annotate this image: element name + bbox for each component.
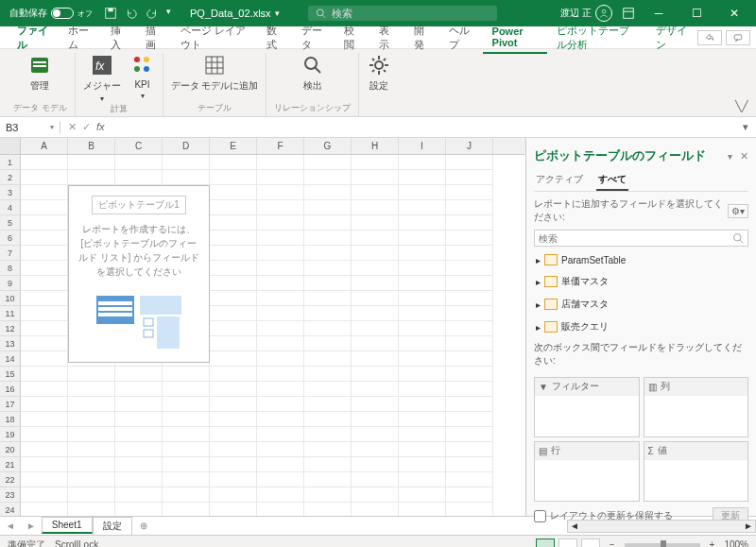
cell[interactable] bbox=[446, 231, 493, 246]
cell[interactable] bbox=[21, 170, 68, 185]
cell[interactable] bbox=[399, 231, 446, 246]
cell[interactable] bbox=[304, 291, 352, 306]
cell[interactable] bbox=[21, 155, 68, 170]
cell[interactable] bbox=[210, 170, 257, 185]
pivottable-placeholder[interactable]: ピボットテーブル1 レポートを作成するには、[ピボットテーブルのフィールド リス… bbox=[68, 185, 210, 363]
cell[interactable] bbox=[399, 427, 446, 442]
cell[interactable] bbox=[210, 215, 257, 231]
cell[interactable] bbox=[163, 503, 210, 516]
cell[interactable] bbox=[68, 397, 115, 412]
cell[interactable] bbox=[446, 412, 493, 427]
cell[interactable] bbox=[399, 246, 446, 261]
cell[interactable] bbox=[399, 472, 446, 487]
row-header[interactable]: 21 bbox=[0, 457, 21, 472]
cell[interactable] bbox=[446, 382, 493, 397]
cell[interactable] bbox=[21, 442, 68, 457]
row-header[interactable]: 1 bbox=[0, 155, 21, 170]
cell[interactable] bbox=[446, 472, 493, 487]
fx-button[interactable]: fx bbox=[96, 121, 105, 133]
cell[interactable] bbox=[163, 367, 210, 382]
cell[interactable] bbox=[399, 185, 446, 200]
cell[interactable] bbox=[210, 231, 257, 246]
cell[interactable] bbox=[257, 215, 304, 231]
cell[interactable] bbox=[399, 321, 446, 336]
cell[interactable] bbox=[257, 200, 304, 215]
cell[interactable] bbox=[115, 503, 163, 516]
cell[interactable] bbox=[68, 170, 115, 185]
add-to-model-button[interactable]: データ モデルに追加 bbox=[171, 53, 259, 93]
pane-dropdown-icon[interactable]: ▾ bbox=[728, 151, 732, 162]
cell[interactable] bbox=[446, 457, 493, 472]
cell[interactable] bbox=[115, 412, 163, 427]
tab-file[interactable]: ファイル bbox=[8, 20, 59, 56]
cell[interactable] bbox=[210, 472, 257, 487]
cell[interactable] bbox=[21, 200, 68, 215]
field-item[interactable]: ▸販売クエリ bbox=[534, 318, 748, 335]
undo-icon[interactable] bbox=[125, 7, 138, 20]
filters-area[interactable]: ▼フィルター bbox=[534, 377, 640, 437]
cell[interactable] bbox=[68, 442, 115, 457]
tab-data[interactable]: データ bbox=[292, 20, 335, 56]
field-item[interactable]: ▸単価マスタ bbox=[534, 273, 748, 290]
close-button[interactable]: ✕ bbox=[720, 7, 748, 20]
cell[interactable] bbox=[446, 442, 493, 457]
zoom-out-button[interactable]: − bbox=[604, 539, 621, 547]
cell[interactable] bbox=[163, 397, 210, 412]
cell[interactable] bbox=[399, 503, 446, 516]
cell[interactable] bbox=[115, 382, 163, 397]
cell[interactable] bbox=[304, 261, 352, 276]
cell[interactable] bbox=[446, 170, 493, 185]
row-header[interactable]: 6 bbox=[0, 231, 21, 246]
cell[interactable] bbox=[399, 215, 446, 231]
cell[interactable] bbox=[399, 397, 446, 412]
tab-review[interactable]: 校閲 bbox=[335, 20, 369, 56]
cell[interactable] bbox=[210, 155, 257, 170]
cell[interactable] bbox=[304, 170, 352, 185]
cell[interactable] bbox=[399, 351, 446, 367]
cell[interactable] bbox=[399, 367, 446, 382]
cell[interactable] bbox=[399, 170, 446, 185]
cell[interactable] bbox=[115, 397, 163, 412]
cell[interactable] bbox=[210, 185, 257, 200]
cell[interactable] bbox=[446, 336, 493, 351]
cell[interactable] bbox=[21, 246, 68, 261]
row-header[interactable]: 20 bbox=[0, 442, 21, 457]
cell[interactable] bbox=[304, 200, 352, 215]
cell[interactable] bbox=[352, 306, 399, 321]
cell[interactable] bbox=[446, 215, 493, 231]
redo-icon[interactable] bbox=[146, 7, 159, 20]
cell[interactable] bbox=[163, 472, 210, 487]
cell[interactable] bbox=[21, 382, 68, 397]
cell[interactable] bbox=[446, 306, 493, 321]
cell[interactable] bbox=[257, 397, 304, 412]
cell[interactable] bbox=[210, 427, 257, 442]
cell[interactable] bbox=[210, 200, 257, 215]
cell[interactable] bbox=[257, 457, 304, 472]
cell[interactable] bbox=[446, 487, 493, 503]
cell[interactable] bbox=[210, 442, 257, 457]
cell[interactable] bbox=[352, 427, 399, 442]
cell[interactable] bbox=[115, 472, 163, 487]
cell[interactable] bbox=[304, 321, 352, 336]
normal-view-button[interactable] bbox=[536, 538, 555, 548]
cell[interactable] bbox=[21, 367, 68, 382]
col-header[interactable]: A bbox=[21, 138, 68, 154]
cell[interactable] bbox=[352, 321, 399, 336]
row-header[interactable]: 10 bbox=[0, 291, 21, 306]
cell[interactable] bbox=[352, 397, 399, 412]
cell[interactable] bbox=[68, 412, 115, 427]
cell[interactable] bbox=[352, 231, 399, 246]
row-header[interactable]: 18 bbox=[0, 412, 21, 427]
cell[interactable] bbox=[304, 155, 352, 170]
cell[interactable] bbox=[257, 261, 304, 276]
kpi-button[interactable]: KPI▾ bbox=[130, 53, 155, 100]
cell[interactable] bbox=[210, 503, 257, 516]
cell[interactable] bbox=[257, 306, 304, 321]
pagebreak-view-button[interactable] bbox=[581, 538, 600, 548]
cell[interactable] bbox=[352, 291, 399, 306]
cell[interactable] bbox=[163, 442, 210, 457]
pane-gear-icon[interactable]: ⚙▾ bbox=[728, 204, 748, 218]
cell[interactable] bbox=[446, 261, 493, 276]
cell[interactable] bbox=[352, 382, 399, 397]
cell[interactable] bbox=[163, 170, 210, 185]
